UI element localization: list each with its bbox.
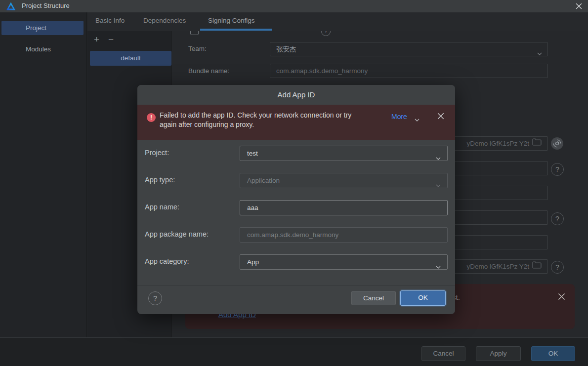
app-package-name-input: com.amap.sdk.demo_harmony <box>240 227 448 243</box>
team-select[interactable]: 张安杰 <box>270 42 548 56</box>
chevron-down-icon <box>435 151 441 165</box>
clipped-help-icon[interactable]: ? <box>321 31 331 36</box>
apply-button[interactable]: Apply <box>476 346 521 361</box>
chevron-down-icon <box>435 178 441 193</box>
bundle-name-label: Bundle name: <box>188 67 229 75</box>
chevron-down-icon <box>435 260 441 274</box>
modal-error-banner: ! Failed to add the app ID. Check your n… <box>137 105 455 140</box>
project-select[interactable]: test <box>240 146 448 161</box>
project-value: test <box>247 150 258 157</box>
folder-icon[interactable] <box>532 260 542 273</box>
window-title: Project Structure <box>22 2 70 9</box>
sidebar: Project Modules <box>0 12 87 337</box>
bundle-name-value: com.amap.sdk.demo_harmony <box>276 67 368 75</box>
chevron-down-icon <box>537 47 543 60</box>
app-type-label: App type: <box>145 176 175 184</box>
chevron-down-icon[interactable] <box>414 115 420 124</box>
tab-bar: Basic Info Dependencies Signing Configs <box>87 12 588 31</box>
ok-button[interactable]: OK <box>531 346 575 361</box>
team-value: 张安杰 <box>276 45 296 53</box>
app-package-name-placeholder: com.amap.sdk.demo_harmony <box>247 231 338 239</box>
window-close-icon[interactable] <box>575 2 583 10</box>
app-type-value: Application <box>247 177 280 184</box>
help-icon[interactable]: ? <box>551 261 564 274</box>
app-name-label: App name: <box>145 203 179 211</box>
modal-help-icon[interactable]: ? <box>148 291 162 305</box>
folder-icon[interactable] <box>532 137 542 150</box>
project-structure-window: Project Structure Project Modules Basic … <box>0 0 588 366</box>
app-category-value: App <box>247 258 259 266</box>
help-icon[interactable]: ? <box>551 212 564 225</box>
more-link[interactable]: More <box>391 113 407 121</box>
app-category-select[interactable]: App <box>240 254 448 270</box>
cancel-button[interactable]: Cancel <box>421 346 465 361</box>
deveco-logo-icon <box>6 2 15 12</box>
app-category-label: App category: <box>145 257 189 265</box>
remove-config-button[interactable]: − <box>108 34 114 45</box>
project-label: Project: <box>145 149 169 157</box>
add-app-id-modal: Add App ID ! Failed to add the app ID. C… <box>137 85 455 314</box>
modal-ok-button[interactable]: OK <box>400 290 446 306</box>
clipped-checkbox[interactable] <box>190 31 199 35</box>
help-icon[interactable]: ? <box>551 163 564 176</box>
team-label: Team: <box>188 45 207 52</box>
tab-basic-info[interactable]: Basic Info <box>95 12 125 29</box>
modal-cancel-button[interactable]: Cancel <box>351 291 396 305</box>
sidebar-item-label: Modules <box>26 45 51 53</box>
list-item-default[interactable]: default <box>90 51 171 66</box>
titlebar: Project Structure <box>0 0 588 12</box>
error-message: Failed to add the app ID. Check your net… <box>160 111 370 129</box>
add-config-button[interactable]: + <box>94 34 99 45</box>
error-icon: ! <box>147 113 156 122</box>
path-fragment: yDemo iGfK1sPz Y2t <box>466 137 529 150</box>
bundle-name-input[interactable]: com.amap.sdk.demo_harmony <box>270 64 548 78</box>
banner-close-icon[interactable] <box>557 292 566 301</box>
dialog-footer: Cancel Apply OK <box>0 337 588 366</box>
sidebar-item-project[interactable]: Project <box>1 21 84 35</box>
modal-title: Add App ID <box>137 85 455 105</box>
banner-close-icon[interactable] <box>437 112 445 120</box>
tab-dependencies[interactable]: Dependencies <box>143 12 186 29</box>
sidebar-item-label: Project <box>26 24 46 32</box>
path-fragment: yDemo iGfK1sPz Y2t <box>466 260 529 273</box>
active-tab-underline <box>200 29 272 31</box>
app-name-input[interactable]: aaa <box>240 200 448 215</box>
modal-header: Add App ID <box>137 85 455 105</box>
fingerprint-icon[interactable] <box>550 137 564 152</box>
modal-footer-divider <box>137 285 455 286</box>
app-name-value: aaa <box>247 204 258 211</box>
app-package-name-label: App package name: <box>145 230 209 238</box>
app-type-select: Application <box>240 173 448 188</box>
sidebar-item-modules[interactable]: Modules <box>1 42 84 56</box>
tab-signing-configs[interactable]: Signing Configs <box>208 12 255 29</box>
